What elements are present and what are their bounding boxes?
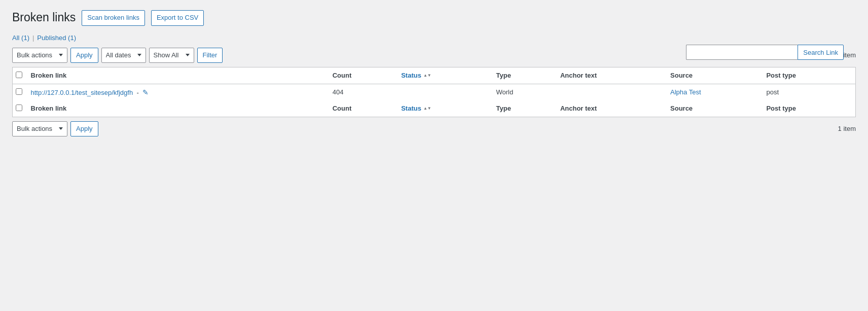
col-anchor-text-footer: Anchor text	[555, 100, 665, 117]
broken-link-url[interactable]: http://127.0.0.1/test_sitesep/kfjdgfh	[31, 89, 133, 96]
row-source-cell: Alpha Test	[665, 84, 761, 100]
source-link[interactable]: Alpha Test	[670, 88, 701, 96]
show-all-select-top[interactable]: Show All	[149, 48, 194, 63]
scan-broken-links-button[interactable]: Scan broken links	[82, 10, 145, 26]
select-all-checkbox-bottom[interactable]	[16, 105, 22, 111]
filter-separator: |	[32, 34, 34, 42]
col-broken-link: Broken link	[26, 67, 328, 84]
col-count: Count	[328, 67, 396, 84]
row-link-suffix: -	[135, 89, 139, 96]
apply-button-top[interactable]: Apply	[70, 48, 98, 63]
row-broken-link-cell: http://127.0.0.1/test_sitesep/kfjdgfh - …	[26, 84, 328, 100]
sort-arrows-status-footer: ▲▼	[423, 107, 431, 111]
row-checkbox-cell[interactable]	[13, 84, 26, 100]
dates-select-top[interactable]: All dates	[101, 48, 146, 63]
select-all-checkbox[interactable]	[16, 72, 22, 78]
col-anchor-text: Anchor text	[555, 67, 665, 84]
col-type: Type	[491, 67, 555, 84]
col-broken-link-footer: Broken link	[26, 100, 328, 117]
page-title: Broken links	[12, 10, 76, 25]
row-checkbox[interactable]	[16, 88, 22, 95]
page-header: Broken links Scan broken links Export to…	[12, 10, 856, 26]
col-post-type: Post type	[761, 67, 855, 84]
col-source: Source	[665, 67, 761, 84]
sort-arrows-status: ▲▼	[423, 74, 431, 78]
select-all-checkbox-header[interactable]	[13, 67, 26, 84]
col-status[interactable]: Status ▲▼	[396, 67, 491, 84]
col-status-footer[interactable]: Status ▲▼	[396, 100, 491, 117]
row-type-cell: World	[491, 84, 555, 100]
bottom-toolbar: Bulk actionsDelete Apply 1 item	[12, 121, 856, 136]
table-row: http://127.0.0.1/test_sitesep/kfjdgfh - …	[13, 84, 856, 100]
table-footer-row: Broken link Count Status ▲▼ Type Anchor …	[13, 100, 856, 117]
sort-status-link[interactable]: Status ▲▼	[401, 72, 431, 79]
row-count-cell: 404	[328, 84, 396, 100]
table-header-row: Broken link Count Status ▲▼ Type Anchor …	[13, 67, 856, 84]
col-type-footer: Type	[491, 100, 555, 117]
bulk-actions-select-top[interactable]: Bulk actionsDelete	[12, 48, 67, 63]
row-status-cell	[396, 84, 491, 100]
bottom-item-count: 1 item	[838, 125, 856, 132]
bulk-actions-select-bottom[interactable]: Bulk actionsDelete	[12, 121, 67, 136]
edit-link-icon[interactable]: ✎	[142, 88, 149, 96]
top-toolbar-left: Bulk actionsDelete Apply All dates Show …	[12, 48, 223, 63]
col-source-footer: Source	[665, 100, 761, 117]
select-all-checkbox-footer[interactable]	[13, 100, 26, 117]
bottom-toolbar-left: Bulk actionsDelete Apply	[12, 121, 98, 136]
filter-links: All (1) | Published (1)	[12, 34, 856, 42]
export-csv-button[interactable]: Export to CSV	[151, 10, 204, 26]
col-count-footer: Count	[328, 100, 396, 117]
filter-published-link[interactable]: Published (1)	[37, 34, 76, 42]
col-post-type-footer: Post type	[761, 100, 855, 117]
apply-button-bottom[interactable]: Apply	[70, 121, 98, 136]
search-input[interactable]	[686, 45, 798, 60]
broken-links-table: Broken link Count Status ▲▼ Type Anchor …	[12, 67, 856, 117]
row-anchor-text-cell	[555, 84, 665, 100]
search-link-button[interactable]: Search Link	[798, 45, 844, 60]
filter-all-link[interactable]: All (1)	[12, 34, 29, 42]
row-post-type-cell: post	[761, 84, 855, 100]
sort-status-link-footer[interactable]: Status ▲▼	[401, 105, 431, 112]
filter-button-top[interactable]: Filter	[197, 48, 223, 63]
